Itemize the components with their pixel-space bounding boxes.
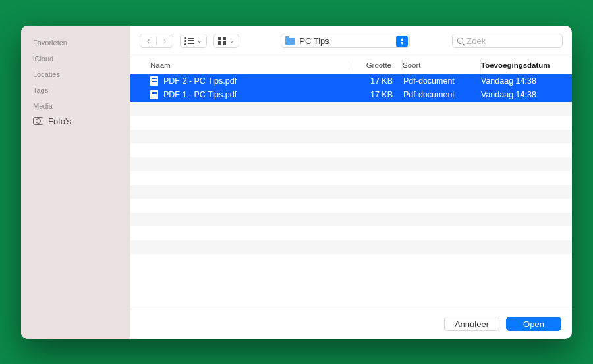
- document-icon: [150, 76, 158, 86]
- chevron-down-icon: ⌄: [229, 38, 235, 44]
- file-name: PDF 1 - PC Tips.pdf: [163, 90, 237, 99]
- camera-icon: [33, 117, 43, 125]
- file-row[interactable]: PDF 2 - PC Tips.pdf 17 KB Pdf-document V…: [130, 74, 572, 88]
- file-size: 17 KB: [351, 76, 403, 86]
- sidebar-section-media[interactable]: Media: [21, 98, 130, 114]
- list-lines-icon: [188, 38, 194, 44]
- file-added: Vandaag 14:38: [481, 76, 572, 86]
- folder-select[interactable]: PC Tips ▲▼: [281, 34, 410, 48]
- file-name-cell: PDF 1 - PC Tips.pdf: [150, 90, 351, 99]
- empty-row: [130, 226, 572, 240]
- file-list: PDF 2 - PC Tips.pdf 17 KB Pdf-document V…: [130, 74, 572, 309]
- file-row[interactable]: PDF 1 - PC Tips.pdf 17 KB Pdf-document V…: [130, 88, 572, 102]
- forward-button[interactable]: ›: [157, 36, 173, 45]
- toolbar: ‹ › ⌄ ⌄ PC Tips ▲▼: [130, 26, 572, 57]
- file-name: PDF 2 - PC Tips.pdf: [163, 76, 237, 86]
- view-grid-dropdown[interactable]: ⌄: [213, 34, 239, 48]
- empty-row: [130, 143, 572, 157]
- empty-row: [130, 213, 572, 226]
- col-header-kind[interactable]: Soort: [403, 61, 480, 69]
- sidebar-section-icloud[interactable]: iCloud: [21, 51, 130, 66]
- empty-row: [130, 116, 572, 130]
- view-list-dropdown[interactable]: ⌄: [180, 34, 207, 48]
- sidebar-item-photos[interactable]: Foto's: [21, 114, 130, 129]
- dialog-footer: Annuleer Open: [130, 309, 572, 339]
- sidebar: Favorieten iCloud Locaties Tags Media Fo…: [21, 26, 130, 339]
- sidebar-section-locations[interactable]: Locaties: [21, 66, 130, 82]
- empty-row: [130, 254, 572, 268]
- file-kind: Pdf-document: [403, 90, 481, 99]
- back-button[interactable]: ‹: [140, 36, 156, 45]
- empty-row: [130, 171, 572, 185]
- file-name-cell: PDF 2 - PC Tips.pdf: [150, 76, 351, 86]
- col-header-added[interactable]: Toevoegingsdatum: [481, 61, 572, 69]
- chevron-left-icon: ‹: [147, 36, 150, 45]
- empty-row: [130, 199, 572, 213]
- sidebar-section-tags[interactable]: Tags: [21, 82, 130, 98]
- col-header-name[interactable]: Naam: [150, 61, 349, 69]
- column-headers: Naam Grootte Soort Toevoegingsdatum: [130, 57, 572, 74]
- empty-row: [130, 102, 572, 116]
- grid-icon: [218, 37, 226, 45]
- chevron-down-icon: ⌄: [197, 38, 202, 44]
- sidebar-section-favorites[interactable]: Favorieten: [21, 35, 130, 51]
- col-header-size[interactable]: Grootte: [349, 61, 402, 69]
- chevron-right-icon: ›: [163, 36, 167, 45]
- empty-row: [130, 240, 572, 254]
- sidebar-item-label: Foto's: [48, 117, 71, 126]
- list-icon: [184, 37, 186, 45]
- search-icon: [457, 38, 463, 44]
- empty-row: [130, 157, 572, 171]
- main-panel: ‹ › ⌄ ⌄ PC Tips ▲▼: [130, 26, 572, 339]
- updown-icon: ▲▼: [396, 36, 408, 47]
- document-icon: [150, 90, 158, 99]
- nav-back-forward: ‹ ›: [140, 34, 173, 48]
- search-field-wrap[interactable]: [452, 34, 563, 48]
- search-input[interactable]: [466, 36, 557, 46]
- file-added: Vandaag 14:38: [481, 90, 572, 99]
- folder-icon: [285, 38, 295, 45]
- open-dialog: Favorieten iCloud Locaties Tags Media Fo…: [21, 26, 572, 339]
- file-size: 17 KB: [351, 90, 403, 99]
- cancel-button[interactable]: Annuleer: [444, 317, 499, 331]
- file-kind: Pdf-document: [403, 76, 481, 86]
- empty-row: [130, 185, 572, 199]
- open-button[interactable]: Open: [506, 317, 561, 331]
- empty-row: [130, 130, 572, 143]
- folder-name: PC Tips: [299, 36, 329, 46]
